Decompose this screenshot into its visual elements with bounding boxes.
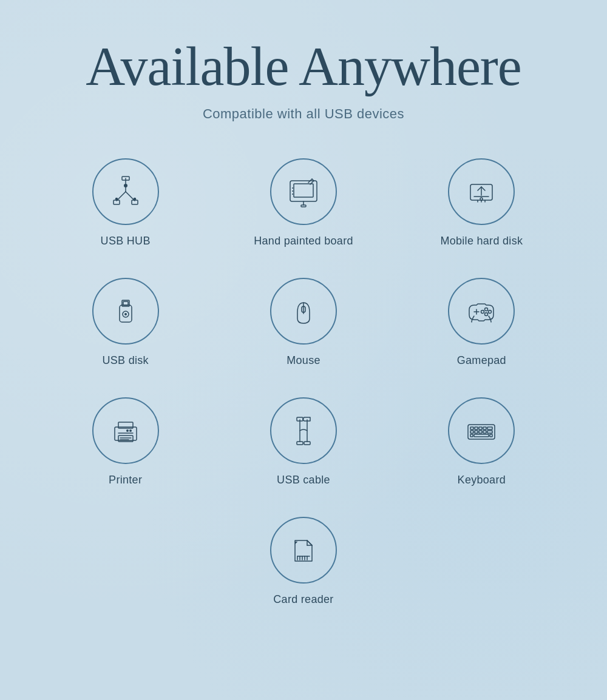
svg-point-16 <box>292 187 293 189</box>
printer-icon <box>107 412 144 449</box>
svg-rect-65 <box>490 434 492 437</box>
svg-rect-55 <box>479 427 482 429</box>
hand-painted-board-icon <box>285 173 322 210</box>
svg-rect-28 <box>123 301 128 305</box>
gamepad-icon-circle <box>448 278 515 345</box>
usb-cable-icon <box>285 412 322 449</box>
last-row: Card reader <box>270 517 337 606</box>
svg-rect-59 <box>475 431 478 433</box>
item-hand-painted-board: Hand painted board <box>226 158 380 247</box>
mobile-hard-disk-icon-circle <box>448 158 515 225</box>
mobile-hard-disk-label: Mobile hard disk <box>440 235 523 247</box>
hand-painted-board-label: Hand painted board <box>254 235 353 247</box>
mobile-hard-disk-icon <box>463 173 500 210</box>
svg-line-3 <box>126 192 135 201</box>
card-reader-icon <box>285 532 322 568</box>
svg-rect-63 <box>474 434 489 437</box>
svg-rect-15 <box>301 205 306 207</box>
mouse-icon <box>285 293 322 329</box>
svg-rect-58 <box>470 431 473 433</box>
card-reader-label: Card reader <box>273 593 333 606</box>
svg-point-36 <box>489 311 492 314</box>
svg-point-38 <box>481 311 484 314</box>
usb-hub-icon-circle <box>92 158 159 225</box>
svg-rect-57 <box>487 427 492 429</box>
svg-rect-51 <box>304 442 310 445</box>
item-gamepad: Gamepad <box>405 278 558 367</box>
svg-point-17 <box>292 190 293 192</box>
hand-painted-board-icon-circle <box>270 158 337 225</box>
item-mobile-hard-disk: Mobile hard disk <box>405 158 558 247</box>
gamepad-label: Gamepad <box>457 354 506 367</box>
svg-point-37 <box>485 313 488 316</box>
usb-disk-label: USB disk <box>102 354 148 367</box>
usb-disk-icon-circle <box>92 278 159 345</box>
svg-point-7 <box>134 198 135 200</box>
mouse-icon-circle <box>270 278 337 345</box>
svg-point-6 <box>115 198 117 200</box>
svg-rect-62 <box>487 431 492 433</box>
item-usb-hub: USB HUB <box>49 158 202 247</box>
item-mouse: Mouse <box>226 278 380 367</box>
page-subtitle: Compatible with all USB devices <box>203 106 404 122</box>
keyboard-label: Keyboard <box>458 474 506 486</box>
usb-cable-icon-circle <box>270 397 337 464</box>
item-usb-cable: USB cable <box>226 397 380 486</box>
printer-icon-circle <box>92 397 159 464</box>
svg-point-30 <box>124 313 127 315</box>
svg-line-2 <box>117 192 126 201</box>
keyboard-icon-circle <box>448 397 515 464</box>
item-card-reader: Card reader <box>270 517 337 606</box>
page-title: Available Anywhere <box>86 36 521 96</box>
svg-rect-10 <box>294 184 313 197</box>
svg-rect-61 <box>483 431 486 433</box>
card-reader-icon-circle <box>270 517 337 584</box>
svg-point-44 <box>129 429 132 432</box>
svg-rect-56 <box>483 427 486 429</box>
svg-rect-60 <box>479 431 482 433</box>
printer-label: Printer <box>109 474 142 486</box>
svg-rect-54 <box>475 427 478 429</box>
svg-point-8 <box>124 184 127 187</box>
item-usb-disk: USB disk <box>49 278 202 367</box>
keyboard-icon <box>463 412 500 449</box>
gamepad-icon <box>463 293 500 329</box>
svg-point-35 <box>485 308 488 311</box>
svg-point-18 <box>292 194 293 195</box>
usb-hub-label: USB HUB <box>101 235 151 247</box>
usb-hub-icon <box>107 173 144 210</box>
item-printer: Printer <box>49 397 202 486</box>
usb-cable-label: USB cable <box>277 474 330 486</box>
svg-rect-53 <box>470 427 473 429</box>
device-grid: USB HUB Hand painted board <box>49 158 558 486</box>
mouse-label: Mouse <box>287 354 320 367</box>
svg-line-66 <box>307 540 312 545</box>
item-keyboard: Keyboard <box>405 397 558 486</box>
svg-point-45 <box>126 429 129 432</box>
svg-rect-50 <box>297 442 303 445</box>
svg-rect-64 <box>470 434 473 437</box>
usb-disk-icon <box>107 293 144 329</box>
